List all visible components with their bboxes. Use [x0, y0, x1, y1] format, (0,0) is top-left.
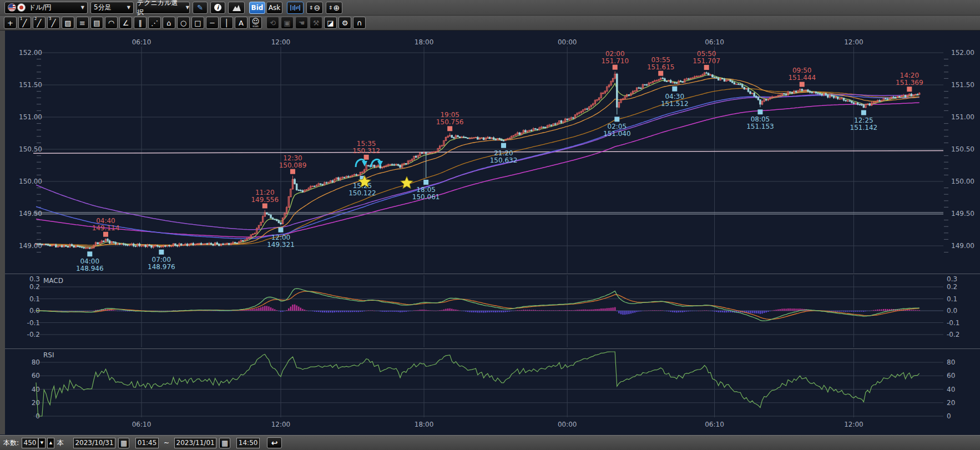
top-toolbar: ドル/円 ▼ 5分足 ▼ テクニカル選択 ▼ ✎ i Bid Ask — [0, 0, 980, 16]
count-spin-down[interactable]: ▼ — [38, 438, 46, 448]
updown-icon: ⇕ — [309, 5, 314, 11]
high-marker — [613, 65, 618, 70]
timeframe-select[interactable]: 5分足 ▼ — [90, 2, 134, 14]
crosshair-tool-icon: + — [7, 19, 13, 27]
vertical-line-tool[interactable]: │ — [220, 17, 233, 29]
bid-button[interactable]: Bid — [249, 2, 265, 14]
date-from-input[interactable]: 2023/10/31 — [73, 438, 115, 448]
trendline3-tool[interactable]: ╱3 — [47, 17, 60, 29]
bar-count-label: 本数: — [3, 438, 19, 448]
svg-text:06:10: 06:10 — [705, 421, 724, 428]
chevron-down-icon: ▼ — [186, 5, 189, 10]
ruler-tool[interactable]: ▨ — [62, 17, 74, 29]
calendar-to-button[interactable]: ▦ — [219, 438, 230, 448]
vertical-lines-tool[interactable]: ∥ — [134, 17, 147, 29]
gann-fan-tool[interactable]: ⋰ — [148, 17, 161, 29]
pentagon-tool[interactable]: ⌂ — [163, 17, 175, 29]
info-button[interactable]: i — [210, 2, 225, 14]
time-to-input[interactable]: 14:50 — [236, 438, 260, 448]
range-tilde: ~ — [164, 439, 169, 447]
rectangle-tool[interactable]: □ — [191, 17, 204, 29]
svg-text:19:05: 19:05 — [440, 111, 459, 119]
svg-text:08:05: 08:05 — [751, 115, 770, 123]
high-marker — [907, 87, 912, 92]
svg-text:12:25: 12:25 — [854, 117, 873, 124]
undo-tool: ⟲ — [266, 17, 279, 29]
circle-tool-icon: ○ — [180, 19, 186, 27]
wrench-tool: ⚒ — [310, 17, 322, 29]
low-marker — [672, 87, 677, 92]
technical-select-label: テクニカル選択 — [137, 0, 180, 17]
svg-text:06:10: 06:10 — [132, 421, 151, 428]
pencil-draw-button[interactable]: ✎ — [193, 2, 208, 14]
updown-icon: ⇕ — [329, 5, 333, 11]
area-chart-button[interactable] — [228, 2, 245, 14]
zoom-in-button[interactable]: ⇕⊕ — [326, 2, 342, 14]
svg-text:60: 60 — [32, 372, 40, 380]
trendline1-tool-icon: ╱ — [23, 19, 27, 27]
currency-pair-select[interactable]: ドル/円 ▼ — [4, 2, 88, 14]
svg-text:150.061: 150.061 — [412, 193, 440, 201]
svg-text:-0.2: -0.2 — [27, 331, 40, 338]
chart-background — [0, 31, 980, 434]
eraser-tool[interactable]: ◪ — [324, 17, 337, 29]
zoom-in-icon: ⊕ — [333, 4, 340, 12]
fan-lines-tool[interactable]: ∠ — [119, 17, 132, 29]
svg-text:0.3: 0.3 — [947, 275, 957, 283]
crosshair-tool[interactable]: + — [4, 17, 17, 29]
rectangle-tool-icon: □ — [194, 19, 201, 27]
price-chart-canvas[interactable]: 152.00152.00151.50151.50151.00151.00150.… — [0, 31, 980, 450]
text-tool[interactable]: A — [235, 17, 247, 29]
svg-text:0.3: 0.3 — [29, 275, 40, 283]
svg-text:151.50: 151.50 — [19, 81, 42, 89]
high-marker — [704, 65, 709, 70]
info-icon: i — [214, 4, 221, 11]
svg-text:18:05: 18:05 — [416, 186, 436, 194]
svg-text:152.00: 152.00 — [19, 49, 42, 57]
svg-text:00:00: 00:00 — [558, 38, 577, 46]
multi-lines-tool[interactable]: ▤ — [90, 17, 103, 29]
parallel-lines-tool[interactable]: ≡ — [76, 17, 89, 29]
svg-text:-0.1: -0.1 — [27, 319, 40, 327]
svg-text:151.369: 151.369 — [896, 79, 923, 87]
svg-text:02:05: 02:05 — [608, 123, 627, 130]
circle-tool[interactable]: ○ — [177, 17, 190, 29]
svg-text:12:00: 12:00 — [844, 38, 863, 46]
chevron-down-icon: ▼ — [81, 5, 84, 10]
calendar-from-button[interactable]: ▦ — [118, 438, 129, 448]
time-from-input[interactable]: 01:45 — [135, 438, 159, 448]
high-marker — [658, 71, 663, 76]
zoom-out-button[interactable]: ⇕⊖ — [306, 2, 323, 14]
wave-icon — [290, 4, 300, 12]
low-marker — [501, 143, 506, 148]
chevron-down-icon: ▼ — [127, 5, 130, 10]
fan-lines-tool-icon: ∠ — [123, 19, 129, 27]
fibonacci-arc-tool[interactable]: ◠ — [105, 17, 118, 29]
svg-text:150.632: 150.632 — [490, 156, 518, 164]
svg-text:150.50: 150.50 — [19, 145, 42, 153]
svg-text:60: 60 — [947, 372, 955, 380]
bar-count-input[interactable]: 450 — [22, 438, 38, 448]
trendline1-tool[interactable]: ╱1 — [18, 17, 31, 29]
svg-text:06:10: 06:10 — [705, 38, 724, 46]
settings-wrench-tool[interactable]: ⚙ — [339, 17, 351, 29]
svg-text:14:20: 14:20 — [900, 72, 920, 79]
stamp-icon-tool[interactable]: ☺icon — [249, 17, 262, 29]
svg-text:0.2: 0.2 — [29, 283, 40, 291]
count-spin-up[interactable]: ▲ — [47, 438, 54, 448]
chart-type-button[interactable] — [287, 2, 304, 14]
ask-button[interactable]: Ask — [266, 2, 282, 14]
refresh-return-button[interactable]: ↩ — [267, 437, 282, 448]
technical-select-button[interactable]: テクニカル選択 ▼ — [137, 2, 190, 14]
horizontal-line-tool[interactable]: ─ — [206, 17, 219, 29]
svg-text:151.040: 151.040 — [603, 130, 631, 138]
date-to-input[interactable]: 2023/11/01 — [174, 438, 216, 448]
svg-text:151.444: 151.444 — [788, 74, 816, 82]
currency-pair-label: ドル/円 — [29, 3, 52, 12]
trendline2-tool[interactable]: ╱2 — [33, 17, 46, 29]
svg-text:18:00: 18:00 — [415, 38, 434, 46]
svg-text:80: 80 — [947, 358, 955, 366]
magnet-tool[interactable]: ∩ — [353, 17, 366, 29]
svg-text:150.089: 150.089 — [279, 161, 307, 169]
svg-text:151.50: 151.50 — [951, 81, 974, 89]
